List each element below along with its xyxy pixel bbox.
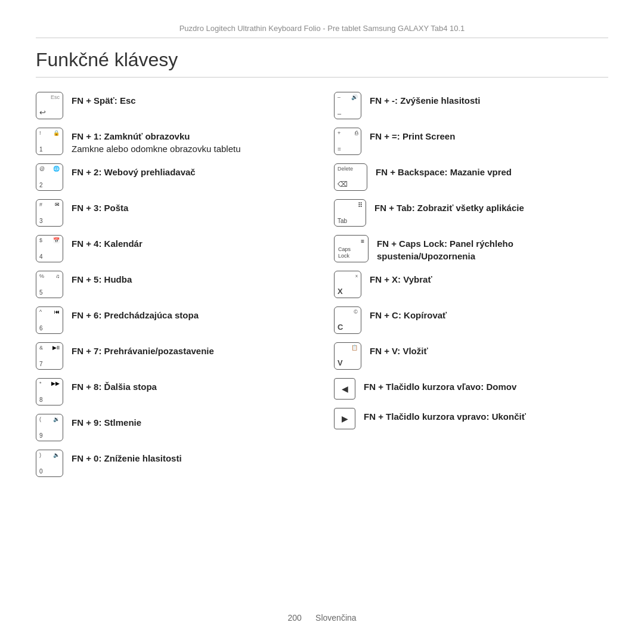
fn-text-9: FN + 9: Stlmenie (72, 414, 141, 429)
fn-text-left-arrow: FN + Tlačidlo kurzora vľavo: Domov (364, 378, 516, 393)
fn-text-0: FN + 0: Zníženie hlasitosti (72, 450, 182, 465)
fn-text-v: FN + V: Vložiť (370, 342, 428, 357)
fn-text-esc: FN + Späť: Esc (72, 92, 136, 107)
fn-row-equals: + ⎙ = FN + =: Print Screen (334, 128, 608, 155)
fn-row-7: & ▶II 7 FN + 7: Prehrávanie/pozastavenie (36, 342, 310, 370)
page-heading: Funkčné klávesy (36, 49, 608, 78)
fn-row-minus: – 🔊 – FN + -: Zvýšenie hlasitosti (334, 92, 608, 119)
footer-language: Slovenčina (315, 613, 357, 623)
fn-text-3: FN + 3: Pošta (72, 199, 128, 214)
fn-text-minus: FN + -: Zvýšenie hlasitosti (370, 92, 480, 107)
fn-row-x: x X FN + X: Vybrať (334, 271, 608, 298)
key-left-arrow: ◀ (334, 378, 355, 400)
fn-row-c: © C FN + C: Kopírovať (334, 306, 608, 334)
fn-row-esc: Esc ↩ FN + Späť: Esc (36, 92, 310, 119)
footer: 200 Slovenčina (0, 613, 644, 623)
fn-row-5: % ♫ 5 FN + 5: Hudba (36, 271, 310, 298)
key-minus: – 🔊 – (334, 92, 361, 119)
key-1: ! 🔒 1 (36, 128, 63, 155)
fn-row-v: 📋 V FN + V: Vložiť (334, 342, 608, 370)
fn-text-delete: FN + Backspace: Mazanie vpred (376, 163, 512, 178)
key-tab: ⠿ Tab (334, 199, 366, 227)
key-6: ^ ⏮ 6 (36, 306, 63, 334)
fn-text-5: FN + 5: Hudba (72, 271, 132, 286)
fn-text-right-arrow: FN + Tlačidlo kurzora vpravo: Ukončiť (364, 408, 526, 423)
fn-text-8: FN + 8: Ďalšia stopa (72, 378, 157, 393)
key-4: $ 📅 4 (36, 235, 63, 262)
fn-text-x: FN + X: Vybrať (370, 271, 432, 286)
fn-text-tab: FN + Tab: Zobraziť všetky aplikácie (374, 199, 524, 214)
fn-row-8: * ▶▶ 8 FN + 8: Ďalšia stopa (36, 378, 310, 405)
right-column: – 🔊 – FN + -: Zvýšenie hlasitosti + ⎙ = (334, 92, 608, 485)
fn-row-2: @ 🌐 2 FN + 2: Webový prehliadavač (36, 163, 310, 191)
fn-text-caps: FN + Caps Lock: Panel rýchleho spustenia… (377, 235, 608, 262)
key-x: x X (334, 271, 361, 298)
key-5: % ♫ 5 (36, 271, 63, 298)
key-equals: + ⎙ = (334, 128, 361, 155)
key-esc: Esc ↩ (36, 92, 63, 119)
fn-row-4: $ 📅 4 FN + 4: Kalendár (36, 235, 310, 262)
key-2: @ 🌐 2 (36, 163, 63, 191)
fn-row-tab: ⠿ Tab FN + Tab: Zobraziť všetky aplikáci… (334, 199, 608, 227)
fn-text-2: FN + 2: Webový prehliadavač (72, 163, 196, 178)
fn-row-caps: ≡ CapsLock FN + Caps Lock: Panel rýchleh… (334, 235, 608, 262)
fn-row-3: # ✉ 3 FN + 3: Pošta (36, 199, 310, 227)
fn-text-c: FN + C: Kopírovať (370, 306, 447, 321)
fn-text-6: FN + 6: Predchádzajúca stopa (72, 306, 199, 321)
header-title: Puzdro Logitech Ultrathin Keyboard Folio… (36, 24, 608, 38)
fn-row-delete: Delete ⌫ FN + Backspace: Mazanie vpred (334, 163, 608, 191)
fn-text-equals: FN + =: Print Screen (370, 128, 455, 143)
content-grid: Esc ↩ FN + Späť: Esc ! 🔒 1 (36, 92, 608, 485)
key-right-arrow: ▶ (334, 408, 355, 429)
left-column: Esc ↩ FN + Späť: Esc ! 🔒 1 (36, 92, 310, 485)
fn-row-left-arrow: ◀ FN + Tlačidlo kurzora vľavo: Domov (334, 378, 608, 400)
footer-page-number: 200 (287, 613, 301, 623)
key-delete: Delete ⌫ (334, 163, 367, 191)
key-8: * ▶▶ 8 (36, 378, 63, 405)
fn-text-1: FN + 1: Zamknúť obrazovku Zamkne alebo o… (72, 128, 241, 155)
fn-row-1: ! 🔒 1 FN + 1: Zamknúť obrazovku Zamkne a… (36, 128, 310, 155)
key-caps-lock: ≡ CapsLock (334, 235, 369, 262)
fn-row-0: ) 🔈 0 FN + 0: Zníženie hlasitosti (36, 450, 310, 477)
fn-row-right-arrow: ▶ FN + Tlačidlo kurzora vpravo: Ukončiť (334, 408, 608, 429)
fn-row-6: ^ ⏮ 6 FN + 6: Predchádzajúca stopa (36, 306, 310, 334)
key-9: ( 🔉 9 (36, 414, 63, 441)
fn-text-7: FN + 7: Prehrávanie/pozastavenie (72, 342, 214, 357)
key-v: 📋 V (334, 342, 361, 370)
key-0: ) 🔈 0 (36, 450, 63, 477)
page: Puzdro Logitech Ultrathin Keyboard Folio… (0, 0, 644, 509)
fn-text-4: FN + 4: Kalendár (72, 235, 143, 250)
key-3: # ✉ 3 (36, 199, 63, 227)
fn-row-9: ( 🔉 9 FN + 9: Stlmenie (36, 414, 310, 441)
key-c: © C (334, 306, 361, 334)
key-7: & ▶II 7 (36, 342, 63, 370)
